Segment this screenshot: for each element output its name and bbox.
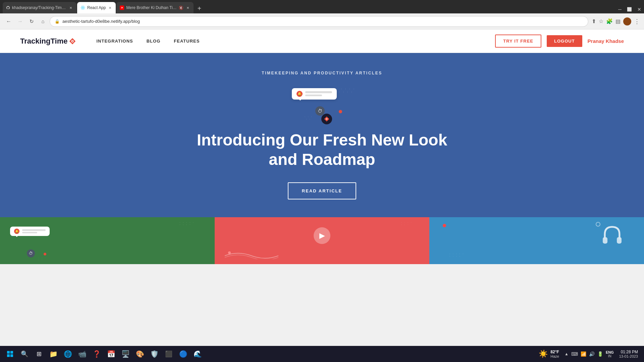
try-free-button[interactable]: TRY IT FREE (495, 35, 541, 48)
logo[interactable]: TrackingTime (20, 37, 76, 46)
bubble-lines (305, 91, 332, 96)
sidebar-icon[interactable]: ▤ (615, 18, 621, 24)
navbar: TrackingTime INTEGRATIONS BLOG FEATURES … (0, 29, 644, 53)
logo-icon (69, 38, 76, 45)
add-tab-button[interactable]: + (194, 3, 204, 13)
volume-icon[interactable]: 🔊 (589, 351, 595, 357)
share-icon[interactable]: ⬆ (592, 18, 596, 24)
svg-point-8 (72, 41, 73, 42)
address-bar-actions: ⬆ ☆ 🧩 ▤ ⋮ (592, 17, 640, 25)
weather-widget[interactable]: ☀️ 82°F Haze (536, 350, 562, 358)
dots-top-right: · · · · ·· · · · (337, 87, 356, 94)
mute-icon[interactable]: 🔇 (179, 6, 183, 10)
weather-icon: ☀️ (539, 350, 548, 358)
menu-icon[interactable]: ⋮ (634, 18, 640, 25)
profile-icon[interactable] (623, 17, 631, 25)
hero-section: TIMEKEEPING AND PRODUCTIVITY ARTICLES 🔔 … (0, 53, 644, 217)
taskbar-app3[interactable]: 🛡️ (148, 347, 161, 361)
taskbar-zoom[interactable]: 📹 (75, 347, 89, 361)
tab1-close[interactable]: ✕ (68, 5, 73, 10)
keyboard-icon[interactable]: ⌨ (571, 351, 578, 357)
maximize-button[interactable]: ⬜ (627, 7, 632, 12)
youtube-favicon-icon (120, 5, 124, 10)
reload-button[interactable]: ↻ (27, 17, 36, 26)
home-button[interactable]: ⌂ (38, 17, 48, 26)
battery-icon[interactable]: 🔋 (597, 351, 603, 357)
extensions-icon[interactable]: 🧩 (606, 18, 613, 24)
address-field[interactable]: 🔒 aesthetic-tartufo-d0e8be.netlify.app/b… (50, 16, 588, 27)
red-dot (339, 110, 342, 113)
tab1-label: khadsepranay/Tracking-Time: Tra... (12, 5, 66, 10)
tab3-close[interactable]: ✕ (185, 5, 190, 10)
nav-links: INTEGRATIONS BLOG FEATURES (96, 39, 495, 44)
speech-bubble: 🔔 (292, 88, 337, 100)
clock-time: 01:28 PM (619, 350, 638, 354)
tab2-close[interactable]: ✕ (108, 5, 112, 10)
lock-icon: 🔒 (55, 19, 60, 24)
taskbar-app1[interactable]: 🖥️ (119, 347, 132, 361)
forward-button[interactable]: → (15, 17, 25, 26)
taskbar-help[interactable]: ❓ (90, 347, 103, 361)
react-favicon-icon (80, 5, 85, 10)
cards-section: 🔔 · · · · ·· · · · ⏱ · · ·· · ▶ · · · ··… (0, 217, 644, 264)
taskbar: 🔍 ⊞ 📁 🌐 📹 ❓ 📅 🖥️ 🎨 🛡️ ⬛ 🔵 🌊 ☀️ 82°F Haze… (0, 346, 644, 362)
close-button[interactable]: ✕ (637, 7, 641, 12)
svg-rect-16 (7, 354, 10, 357)
taskbar-app2[interactable]: 🎨 (133, 347, 147, 361)
svg-rect-14 (7, 351, 10, 354)
svg-point-11 (326, 119, 327, 119)
nav-actions: TRY IT FREE LOGOUT Pranay Khadse (495, 35, 624, 48)
nav-features[interactable]: FEATURES (174, 39, 200, 44)
start-button[interactable] (3, 347, 17, 361)
tab2-label: React App (87, 5, 106, 10)
hero-subtitle: TIMEKEEPING AND PRODUCTIVITY ARTICLES (262, 71, 382, 75)
taskbar-calendar[interactable]: 📅 (104, 347, 118, 361)
language-selector[interactable]: ENG IN (606, 350, 614, 358)
taskbar-search[interactable]: 🔍 (18, 347, 31, 361)
svg-rect-13 (617, 237, 622, 243)
logout-button[interactable]: LOGOUT (547, 35, 582, 47)
svg-rect-17 (10, 354, 13, 357)
tray-expand-icon[interactable]: ▲ (565, 352, 569, 356)
lang-text: ENG (606, 350, 614, 354)
browser-chrome: khadsepranay/Tracking-Time: Tra... ✕ Rea… (0, 0, 644, 13)
logo-circle (321, 114, 332, 124)
clock-date: 13-01-2023 (619, 354, 638, 358)
minimize-button[interactable]: ─ (618, 7, 622, 12)
nav-blog[interactable]: BLOG (147, 39, 161, 44)
tab-github[interactable]: khadsepranay/Tracking-Time: Tra... ✕ (3, 2, 76, 13)
svg-rect-15 (10, 351, 13, 354)
read-article-button[interactable]: READ ARTICLE (288, 182, 356, 199)
tab-react[interactable]: React App ✕ (77, 2, 116, 13)
taskbar-vscode[interactable]: ⬛ (162, 347, 175, 361)
weather-info: 82°F Haze (550, 350, 559, 358)
site-wrapper: TrackingTime INTEGRATIONS BLOG FEATURES … (0, 29, 644, 264)
svg-point-0 (83, 7, 84, 8)
back-button[interactable]: ← (4, 17, 13, 26)
hero-illustration: 🔔 · · · · ·· · · · ⏱ · · ·· · (285, 85, 359, 125)
card-green[interactable]: 🔔 · · · · ·· · · · ⏱ · · ·· · (0, 217, 215, 264)
nav-integrations[interactable]: INTEGRATIONS (96, 39, 133, 44)
card-blue[interactable]: · · · · ·· · · · (429, 217, 644, 264)
svg-rect-12 (603, 237, 607, 243)
tab-bar: khadsepranay/Tracking-Time: Tra... ✕ Rea… (3, 0, 618, 13)
network-icon[interactable]: 📶 (581, 351, 586, 357)
address-bar-row: ← → ↻ ⌂ 🔒 aesthetic-tartufo-d0e8be.netli… (0, 13, 644, 29)
taskbar-chrome[interactable]: 🔵 (176, 347, 190, 361)
clock[interactable]: 01:28 PM 13-01-2023 (616, 350, 641, 358)
tab3-label: Mere Brother Ki Dulhan Title... (126, 5, 177, 10)
card-red[interactable]: ▶ · · · ·· · · (215, 217, 429, 264)
temperature: 82°F (550, 350, 559, 354)
taskbar-browser1[interactable]: 🌐 (61, 347, 74, 361)
taskbar-widget[interactable]: ⊞ (32, 347, 46, 361)
clock-icon-circle: ⏱ (315, 106, 325, 116)
tab-youtube[interactable]: Mere Brother Ki Dulhan Title... 🔇 ✕ (116, 2, 194, 13)
card1-bubble: 🔔 (10, 227, 50, 236)
github-favicon-icon (6, 5, 10, 10)
taskbar-file-explorer[interactable]: 📁 (47, 347, 60, 361)
logo-text: TrackingTime (20, 37, 67, 46)
system-tray: ☀️ 82°F Haze ▲ ⌨ 📶 🔊 🔋 ENG IN 01:28 PM 1… (536, 350, 641, 358)
user-name[interactable]: Pranay Khadse (588, 38, 624, 44)
bookmark-icon[interactable]: ☆ (599, 18, 603, 24)
taskbar-edge[interactable]: 🌊 (191, 347, 204, 361)
